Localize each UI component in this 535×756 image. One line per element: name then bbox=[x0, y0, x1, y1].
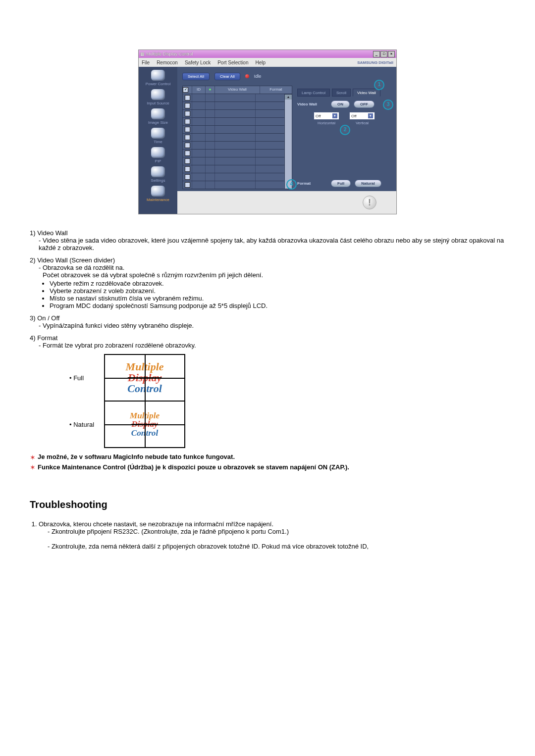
menu-file[interactable]: File bbox=[142, 60, 150, 65]
troubleshooting-list: Obrazovka, kterou chcete nastavit, se ne… bbox=[30, 520, 505, 550]
table-row[interactable] bbox=[182, 110, 285, 118]
star-icon: ✶ bbox=[30, 454, 36, 461]
troubleshooting-heading: Troubleshooting bbox=[30, 499, 505, 510]
row-checkbox[interactable] bbox=[185, 151, 190, 156]
close-button[interactable]: × bbox=[388, 51, 395, 57]
grid-scrollbar[interactable]: ▲ bbox=[285, 94, 292, 189]
table-row[interactable] bbox=[182, 181, 285, 189]
maximize-button[interactable]: □ bbox=[380, 51, 387, 57]
table-row[interactable] bbox=[182, 157, 285, 165]
table-row[interactable] bbox=[182, 118, 285, 126]
col-id: ID bbox=[192, 86, 206, 94]
horizontal-select[interactable]: Off▾ bbox=[314, 112, 339, 120]
sidebar-label: PIP bbox=[155, 159, 161, 163]
callout-4: 4 bbox=[286, 179, 297, 190]
sidebar-label: Image Size bbox=[148, 120, 168, 125]
note-text: Je možné, že v softwaru MagicInfo nebude… bbox=[38, 453, 235, 460]
format-natural-diagram: Multiple Display Control bbox=[105, 402, 184, 447]
row-checkbox[interactable] bbox=[185, 182, 190, 188]
row-checkbox[interactable] bbox=[185, 135, 190, 140]
sidebar-item-maintenance[interactable]: Maintenance bbox=[139, 186, 177, 202]
clear-all-button[interactable]: Clear All bbox=[214, 73, 240, 80]
row-checkbox[interactable] bbox=[185, 103, 190, 108]
table-row[interactable] bbox=[182, 173, 285, 181]
app-icon: ▦ bbox=[140, 51, 145, 56]
format-examples: • Full Multiple Display Control • Natura… bbox=[59, 354, 185, 448]
note-2: ✶Funkce Maintenance Control (Údržba) je … bbox=[30, 463, 505, 472]
menu-help[interactable]: Help bbox=[255, 60, 266, 65]
sidebar-item-settings[interactable]: Settings bbox=[139, 166, 177, 183]
item-title: Video Wall (Screen divider) bbox=[37, 256, 115, 264]
input-icon bbox=[151, 89, 165, 100]
sidebar-label: Settings bbox=[151, 178, 165, 183]
table-row[interactable] bbox=[182, 142, 285, 150]
sidebar-label: Power Control bbox=[146, 82, 171, 86]
table-row[interactable] bbox=[182, 94, 285, 102]
horizontal-label: Horizontal bbox=[314, 121, 339, 125]
titlebar: ▦ Multiple Display Control _ □ × bbox=[139, 50, 396, 58]
row-checkbox[interactable] bbox=[185, 119, 190, 124]
format-natural-label: Natural bbox=[73, 421, 94, 428]
row-checkbox[interactable] bbox=[185, 166, 190, 172]
on-button[interactable]: ON bbox=[331, 101, 350, 108]
sidebar-item-time[interactable]: Time bbox=[139, 128, 177, 144]
row-checkbox[interactable] bbox=[185, 111, 190, 116]
table-row[interactable] bbox=[182, 102, 285, 110]
row-checkbox[interactable] bbox=[185, 127, 190, 132]
sidebar-item-image-size[interactable]: Image Size bbox=[139, 108, 177, 125]
header-checkbox[interactable] bbox=[183, 87, 188, 93]
chevron-down-icon: ▾ bbox=[332, 113, 337, 118]
sidebar-item-pip[interactable]: PIP bbox=[139, 147, 177, 163]
select-all-button[interactable]: Select All bbox=[182, 73, 210, 80]
time-icon bbox=[151, 128, 165, 139]
note-text: Funkce Maintenance Control (Údržba) je k… bbox=[38, 463, 349, 471]
format-full-label: Full bbox=[73, 374, 84, 382]
minimize-button[interactable]: _ bbox=[373, 51, 380, 57]
table-row[interactable] bbox=[182, 134, 285, 142]
natural-button[interactable]: Natural bbox=[355, 180, 381, 187]
vertical-label: Vertical bbox=[349, 121, 375, 125]
row-checkbox[interactable] bbox=[185, 174, 190, 180]
table-row[interactable] bbox=[182, 126, 285, 134]
row-checkbox[interactable] bbox=[185, 143, 190, 148]
menu-safety-lock[interactable]: Safety Lock bbox=[185, 60, 211, 65]
row-checkbox[interactable] bbox=[185, 95, 190, 101]
menu-port-selection[interactable]: Port Selection bbox=[217, 60, 248, 65]
off-button[interactable]: OFF bbox=[354, 101, 374, 108]
sidebar-item-power[interactable]: Power Control bbox=[139, 70, 177, 86]
col-format: Format bbox=[260, 86, 292, 94]
row-checkbox[interactable] bbox=[185, 158, 190, 164]
status-bar: ! bbox=[177, 191, 396, 214]
tab-scroll[interactable]: Scroll bbox=[332, 89, 351, 97]
col-video-wall: Video Wall bbox=[215, 86, 260, 94]
bullet-item: Místo se nastaví stisknutím čísla ve vyb… bbox=[50, 295, 505, 302]
item-text: - Vypíná/zapíná funkci video stěny vybra… bbox=[39, 322, 505, 329]
item-number: 2) bbox=[30, 256, 36, 264]
full-button[interactable]: Full bbox=[331, 180, 351, 187]
col-state: ● bbox=[206, 86, 215, 94]
brand-label: SAMSUNG DIGITall bbox=[357, 60, 393, 65]
menu-remocon[interactable]: Remocon bbox=[157, 60, 178, 65]
pip-icon bbox=[151, 147, 165, 158]
ts-item: Obrazovka, kterou chcete nastavit, se ne… bbox=[39, 520, 273, 528]
table-row[interactable] bbox=[182, 165, 285, 173]
grid-header: ID ● Video Wall Format bbox=[182, 86, 292, 94]
item-number: 1) bbox=[30, 229, 36, 237]
image-size-icon bbox=[151, 108, 165, 119]
vertical-value: Off bbox=[351, 114, 357, 118]
vertical-select[interactable]: Off▾ bbox=[349, 112, 375, 120]
scroll-up-icon[interactable]: ▲ bbox=[285, 95, 292, 100]
settings-icon bbox=[151, 166, 165, 177]
idle-indicator-icon bbox=[245, 74, 249, 78]
tab-video-wall[interactable]: Video Wall bbox=[353, 89, 380, 97]
sidebar-label: Input Source bbox=[147, 101, 169, 105]
power-icon bbox=[151, 70, 165, 81]
mdc-window: ▦ Multiple Display Control _ □ × File Re… bbox=[138, 50, 397, 214]
sidebar-item-input[interactable]: Input Source bbox=[139, 89, 177, 105]
item-text: - Video stěna je sada video obrazovek, k… bbox=[39, 237, 505, 252]
doc-content: 1) Video Wall - Video stěna je sada vide… bbox=[30, 229, 505, 550]
ts-subitem: - Zkontrolujte, zda nemá některá další z… bbox=[48, 543, 505, 550]
table-row[interactable] bbox=[182, 150, 285, 157]
chevron-down-icon: ▾ bbox=[368, 113, 373, 118]
tab-lamp-control[interactable]: Lamp Control bbox=[297, 89, 330, 97]
